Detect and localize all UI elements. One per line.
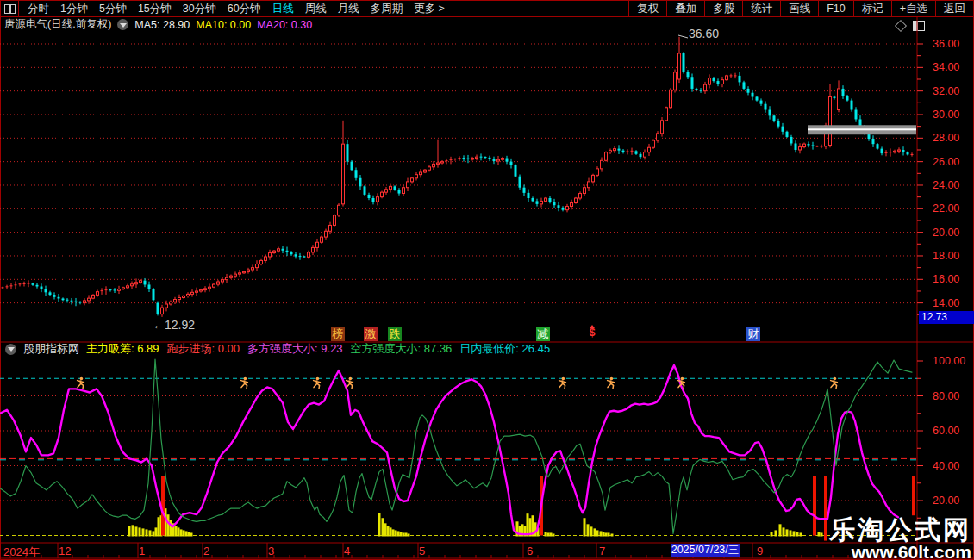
watermark-url: www.60lt.com bbox=[829, 543, 971, 560]
indicator-y-axis-label: 80.00 bbox=[933, 390, 959, 402]
indicator-field: 空方强度大小: 87.36 bbox=[351, 341, 453, 357]
indicator-chevron-icon[interactable] bbox=[5, 344, 16, 355]
main-y-axis-label: 22.00 bbox=[933, 202, 959, 215]
main-y-axis-label: 28.00 bbox=[933, 132, 959, 144]
main-y-axis-label: 32.00 bbox=[933, 85, 959, 97]
indicator-field: 日内最低价: 26.45 bbox=[459, 341, 550, 357]
main-y-axis-label: 20.00 bbox=[933, 227, 959, 239]
watermark-site-name: 乐淘公式网 bbox=[829, 517, 971, 543]
ad-item-跌[interactable]: 跌 bbox=[388, 327, 402, 341]
main-y-axis-label: 24.00 bbox=[933, 179, 959, 191]
indicator-values: 主力吸筹: 6.89跑步进场: 0.00多方强度大小: 9.23空方强度大小: … bbox=[86, 341, 550, 357]
indicator-y-axis-label: 100.00 bbox=[933, 355, 965, 367]
x-axis-label: 5 bbox=[419, 544, 425, 557]
main-y-axis-label: 36.00 bbox=[933, 38, 959, 50]
indicator-name[interactable]: 股朋指标网 bbox=[23, 341, 79, 357]
x-axis-label: 6 bbox=[527, 544, 533, 557]
chart-canvas[interactable] bbox=[0, 0, 974, 560]
x-axis-label: 2024年 bbox=[3, 544, 40, 560]
main-y-axis-label: 16.00 bbox=[933, 273, 959, 285]
indicator-header: 股朋指标网 主力吸筹: 6.89跑步进场: 0.00多方强度大小: 9.23空方… bbox=[5, 343, 550, 355]
indicator-field: 跑步进场: 0.00 bbox=[167, 341, 240, 357]
ad-item-财[interactable]: 财 bbox=[746, 327, 760, 341]
indicator-field: 多方强度大小: 9.23 bbox=[247, 341, 343, 357]
x-axis-label: 12 bbox=[59, 544, 71, 557]
last-price-badge: 12.73 bbox=[919, 311, 974, 324]
stock-app-window: 分时1分钟5分钟15分钟30分钟60分钟日线周线月线多周期更多 > 复权叠加多股… bbox=[0, 0, 974, 560]
runner-signal-icon bbox=[239, 376, 250, 389]
dollar-label: $ bbox=[586, 328, 598, 338]
main-y-axis-label: 34.00 bbox=[933, 61, 959, 73]
x-axis-label: 2 bbox=[203, 544, 209, 557]
indicator-y-axis-label: 40.00 bbox=[933, 460, 959, 472]
ad-item-激[interactable]: 激 bbox=[364, 327, 378, 341]
x-axis-label: 3 bbox=[268, 544, 274, 557]
runner-signal-icon bbox=[828, 376, 840, 389]
x-axis-label: 7 bbox=[599, 544, 605, 557]
indicator-y-axis-label: 60.00 bbox=[933, 425, 959, 437]
runner-signal-icon bbox=[676, 376, 687, 389]
indicator-field: 主力吸筹: 6.89 bbox=[86, 341, 159, 357]
ad-item-榜[interactable]: 榜 bbox=[331, 327, 345, 341]
runner-signal-icon bbox=[557, 376, 568, 389]
dollar-shortcut[interactable]: $ bbox=[586, 325, 598, 338]
runner-signal-icon bbox=[605, 376, 616, 389]
watermark: 乐淘公式网 www.60lt.com bbox=[829, 517, 971, 560]
x-axis-label: 1 bbox=[139, 544, 145, 557]
min-price-annotation: ←12.92 bbox=[153, 318, 195, 332]
main-y-axis-label: 26.00 bbox=[933, 156, 959, 168]
main-y-axis-label: 18.00 bbox=[933, 250, 959, 262]
runner-signal-icon bbox=[344, 376, 355, 389]
x-axis-label: 9 bbox=[757, 544, 763, 557]
x-axis-label: 4 bbox=[344, 544, 350, 557]
main-y-axis-label: 30.00 bbox=[933, 109, 959, 121]
main-y-axis-label: 14.00 bbox=[933, 297, 959, 309]
selected-date-box: 2025/07/23/三 bbox=[671, 544, 740, 557]
ad-item-减[interactable]: 减 bbox=[536, 327, 550, 341]
runner-signal-icon bbox=[311, 376, 322, 389]
runner-signal-icon bbox=[75, 376, 86, 389]
max-price-annotation: 36.60 bbox=[689, 27, 719, 40]
indicator-y-axis-label: 20.00 bbox=[933, 495, 959, 507]
